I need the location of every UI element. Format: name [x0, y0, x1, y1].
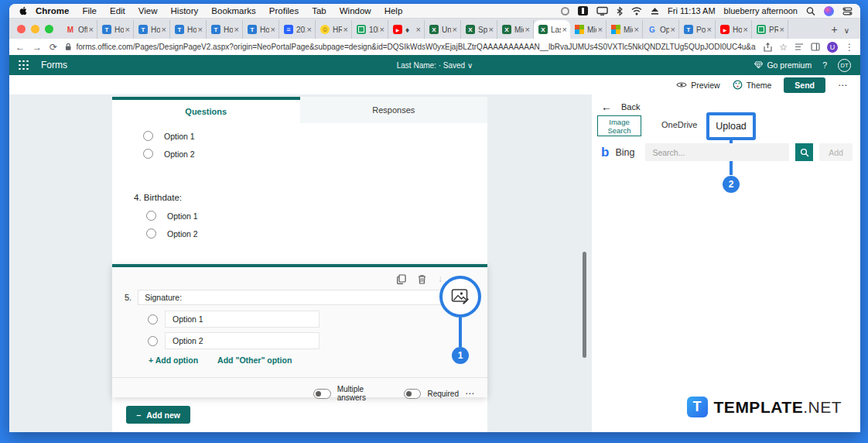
back-button[interactable]: ←: [15, 42, 25, 53]
menu-item[interactable]: Edit: [110, 6, 125, 15]
eject-icon[interactable]: [651, 6, 659, 16]
tab-close-icon[interactable]: ×: [416, 26, 421, 34]
bookmark-star-icon[interactable]: ☆: [779, 42, 788, 53]
browser-tab[interactable]: How×: [170, 20, 207, 39]
tab-close-icon[interactable]: ×: [671, 26, 675, 34]
menu-item[interactable]: Chrome: [36, 6, 69, 15]
browser-tab[interactable]: Last×: [534, 20, 570, 39]
tab-close-icon[interactable]: ×: [89, 26, 94, 34]
tab-close-icon[interactable]: ×: [707, 26, 712, 34]
tab-onedrive[interactable]: OneDrive: [661, 120, 697, 129]
status-ring-icon[interactable]: [561, 6, 569, 16]
tab-close-icon[interactable]: ×: [780, 26, 784, 34]
share-icon[interactable]: [764, 43, 772, 52]
browser-tab[interactable]: HR×: [316, 20, 352, 39]
menu-item[interactable]: File: [82, 6, 97, 15]
menu-item[interactable]: History: [171, 6, 199, 15]
menu-item[interactable]: Tab: [312, 6, 326, 15]
delete-icon[interactable]: [418, 274, 426, 284]
move-down-icon[interactable]: ↓: [438, 273, 443, 284]
question4-title[interactable]: 4. Birthdate:: [134, 193, 182, 202]
menu-bar-clock[interactable]: Fri 11:13 AM: [668, 6, 716, 15]
radio-icon[interactable]: [148, 314, 158, 325]
tab-upload[interactable]: Upload: [706, 112, 756, 140]
tab-close-icon[interactable]: ×: [525, 26, 530, 34]
add-image-button[interactable]: Add: [819, 143, 853, 161]
tab-close-icon[interactable]: ×: [162, 26, 166, 34]
add-option-button[interactable]: + Add option: [149, 355, 198, 365]
option-input[interactable]: Option 2: [165, 332, 320, 349]
siri-icon[interactable]: [824, 6, 834, 16]
tab-close-icon[interactable]: ×: [634, 26, 639, 34]
browser-tab[interactable]: Post×: [679, 20, 716, 39]
menu-item[interactable]: Bookmarks: [211, 6, 256, 15]
insert-media-icon[interactable]: [451, 288, 470, 305]
tab-close-icon[interactable]: ×: [198, 26, 203, 34]
tab-close-icon[interactable]: ×: [307, 26, 312, 34]
apple-icon[interactable]: [19, 6, 28, 15]
multiple-answers-toggle[interactable]: [313, 389, 331, 399]
theme-button[interactable]: Theme: [733, 80, 772, 90]
browser-tab[interactable]: How×: [97, 20, 134, 39]
send-button[interactable]: Send: [784, 77, 825, 93]
browser-tab[interactable]: 10k×: [352, 20, 388, 39]
required-toggle[interactable]: [404, 389, 422, 399]
radio-icon[interactable]: [146, 228, 156, 239]
maximize-window-button[interactable]: [45, 25, 53, 33]
add-other-option-button[interactable]: Add "Other" option: [217, 355, 292, 365]
toolbar-more-icon[interactable]: ⋯: [838, 80, 848, 91]
browser-tab[interactable]: Micr×: [570, 20, 607, 39]
tab-close-icon[interactable]: ×: [234, 26, 239, 34]
wifi-icon[interactable]: [631, 6, 642, 16]
minimize-window-button[interactable]: [31, 25, 39, 33]
new-tab-button[interactable]: +: [831, 23, 837, 36]
menu-item[interactable]: Help: [384, 6, 403, 15]
chrome-menu-icon[interactable]: ⋮: [845, 42, 854, 53]
reload-button[interactable]: ⟳: [50, 42, 57, 53]
copy-icon[interactable]: [397, 274, 406, 284]
tab-close-icon[interactable]: ×: [380, 26, 384, 34]
tab-close-icon[interactable]: ×: [125, 26, 130, 34]
menu-item[interactable]: Window: [340, 6, 371, 15]
browser-tab[interactable]: How×: [207, 20, 243, 39]
tab-close-icon[interactable]: ×: [562, 26, 567, 34]
radio-icon[interactable]: [148, 336, 158, 346]
omnibox[interactable]: forms.office.com/Pages/DesignPageV2.aspx…: [65, 41, 756, 53]
question5-title-input[interactable]: Signature:: [138, 290, 456, 305]
back-button-panel[interactable]: ← Back: [601, 101, 640, 113]
tab-close-icon[interactable]: ×: [453, 26, 457, 34]
preview-button[interactable]: Preview: [676, 81, 719, 90]
forward-button[interactable]: →: [32, 42, 42, 53]
close-window-button[interactable]: [17, 25, 26, 33]
tab-questions[interactable]: Questions: [112, 97, 300, 123]
tab-responses[interactable]: Responses: [300, 97, 488, 123]
browser-tab[interactable]: How×: [716, 20, 752, 39]
reading-list-icon[interactable]: [795, 43, 804, 51]
spotlight-search-icon[interactable]: [806, 6, 815, 16]
scrollbar-thumb[interactable]: [583, 252, 586, 358]
browser-tab[interactable]: How×: [243, 20, 279, 39]
browser-tab[interactable]: Mic×: [497, 20, 534, 39]
tab-close-icon[interactable]: ×: [743, 26, 748, 34]
browser-tab[interactable]: Unti×: [425, 20, 461, 39]
tab-close-icon[interactable]: ×: [598, 26, 603, 34]
browser-tab[interactable]: Ope×: [643, 20, 679, 39]
browser-tab[interactable]: Offi×: [61, 20, 97, 39]
tab-search-chevron-icon[interactable]: ∨: [844, 26, 849, 35]
radio-icon[interactable]: [146, 211, 156, 221]
browser-tab[interactable]: Mic×: [607, 20, 643, 39]
radio-icon[interactable]: [143, 149, 153, 159]
browser-tab[interactable]: PRC×: [752, 20, 788, 39]
search-submit-button[interactable]: [795, 143, 813, 161]
document-title-status[interactable]: Last Name: · Saved ∨: [9, 61, 860, 70]
display-icon[interactable]: [596, 6, 608, 16]
tab-close-icon[interactable]: ×: [489, 26, 494, 34]
control-center-icon[interactable]: [842, 6, 853, 16]
browser-tab[interactable]: 202×: [279, 20, 316, 39]
chrome-profile-avatar[interactable]: U: [827, 42, 838, 53]
side-panel-icon[interactable]: [811, 43, 820, 51]
profile-name[interactable]: blueberry afternoon: [724, 6, 798, 15]
browser-tab[interactable]: ♦×: [388, 20, 425, 39]
tab-image-search[interactable]: Image Search: [597, 115, 641, 136]
bluetooth-icon[interactable]: [617, 6, 623, 16]
